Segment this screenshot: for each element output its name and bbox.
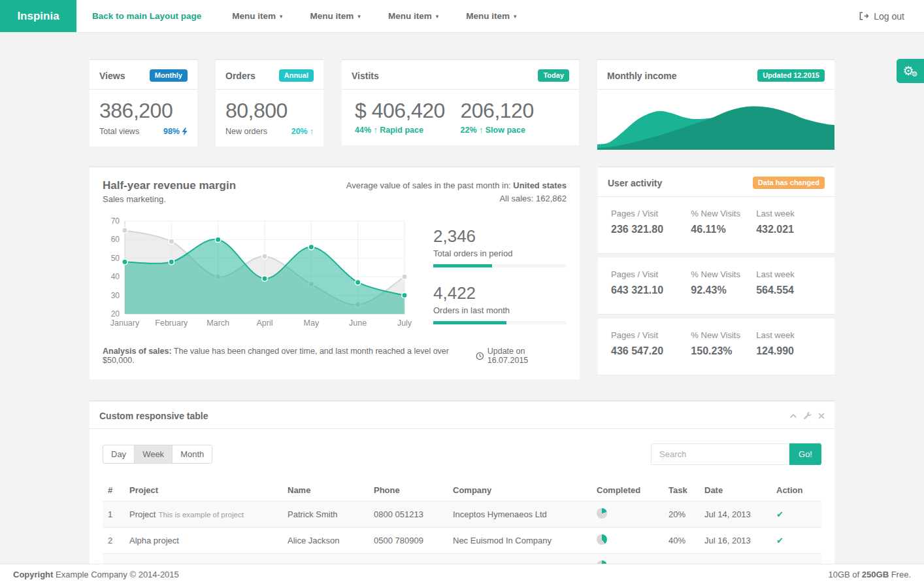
visits-left-value: $ 406,420 (355, 99, 461, 123)
page-footer: Copyright Example Company © 2014-2015 10… (0, 564, 924, 584)
cell-action: ✔ (771, 502, 821, 528)
column-header-date: Date (699, 479, 771, 502)
brand-logo[interactable]: Inspinia (0, 0, 76, 32)
cell-num: 2 (103, 528, 124, 554)
activity-stat: Pages / Visit643 321.10 (611, 269, 691, 302)
cell-phone: 0500 780909 (369, 528, 448, 554)
column-header-company: Company (448, 479, 591, 502)
project-note: This is example of project (158, 511, 243, 519)
column-header-project: Project (124, 479, 282, 502)
revenue-stat-2: 4,422Orders in last month (433, 283, 567, 324)
collapse-icon[interactable] (789, 413, 797, 419)
revenue-line-chart: 203040506070JanuaryFebruaryMarchAprilMay… (103, 216, 415, 340)
views-card-title: Views (99, 71, 125, 81)
cell-task: 40% (663, 528, 699, 554)
clock-icon (476, 352, 484, 360)
revenue-panel: Half-year revenue margin Sales marketing… (90, 166, 580, 379)
table-search: Go! (651, 443, 821, 465)
level-up-icon: ↑ (374, 126, 378, 135)
income-area-chart (597, 90, 834, 150)
table-header-row: #ProjectNamePhoneCompanyCompletedTaskDat… (103, 479, 821, 502)
activity-section-3: Pages / Visit436 547.20% New Visits150.2… (598, 318, 834, 375)
storage-text: 10GB of 250GB Free. (829, 570, 912, 579)
cell-date: Jul 16, 2013 (699, 528, 771, 554)
activity-sections: Pages / Visit236 321.80% New Visits46.11… (598, 197, 834, 375)
menu-item-1[interactable]: Menu item▾ (218, 11, 296, 21)
activity-stat: % New Visits150.23% (691, 330, 756, 363)
orders-metric: 20% ↑ (291, 127, 314, 136)
svg-text:July: July (397, 318, 412, 328)
revenue-stats: 2,346Total orders in period4,422Orders i… (415, 216, 567, 340)
close-icon[interactable] (818, 413, 825, 419)
svg-text:June: June (349, 318, 367, 328)
views-badge: Monthly (150, 69, 188, 82)
cell-date: Jul 14, 2013 (699, 502, 771, 528)
svg-text:30: 30 (111, 291, 120, 300)
caret-down-icon: ▾ (357, 13, 361, 20)
visits-card: Vistits Today $ 406,420 44% ↑ Rapid pace… (342, 59, 579, 150)
charts-row: Half-year revenue margin Sales marketing… (90, 166, 834, 379)
activity-stat: Last week124.990 (756, 330, 821, 363)
column-header-task: Task (663, 479, 699, 502)
activity-stat: % New Visits46.11% (691, 209, 756, 241)
svg-text:May: May (304, 318, 320, 328)
search-input[interactable] (651, 443, 789, 465)
orders-value: 80,800 (225, 99, 314, 123)
visits-col-right: 206,120 22% ↑ Slow pace (461, 99, 567, 135)
activity-section-2: Pages / Visit643 321.10% New Visits92.43… (598, 258, 834, 315)
go-button[interactable]: Go! (789, 443, 821, 465)
wrench-icon[interactable] (804, 412, 812, 420)
update-note: Update on 16.07.2015 (476, 347, 567, 365)
nav-menu: Menu item▾Menu item▾Menu item▾Menu item▾ (218, 11, 530, 21)
check-icon[interactable]: ✔ (776, 536, 784, 545)
cell-name: Alice Jackson (282, 528, 369, 554)
level-up-icon: ↑ (479, 126, 483, 135)
revenue-summary: Average value of sales in the past month… (346, 179, 567, 205)
column-header-num: # (103, 479, 124, 502)
menu-item-3[interactable]: Menu item▾ (374, 11, 452, 21)
cell-num: 1 (103, 502, 124, 528)
svg-text:50: 50 (111, 254, 120, 263)
range-button-day[interactable]: Day (103, 445, 135, 464)
nav-links: Back to main Layout page Menu item▾Menu … (76, 0, 530, 32)
orders-label: New orders (225, 127, 267, 136)
cell-phone: 0800 051213 (369, 502, 448, 528)
user-activity-title: User activity (608, 178, 662, 188)
menu-item-2[interactable]: Menu item▾ (297, 11, 374, 21)
responsive-table-panel: Custom responsive table DayWeekMonth (90, 400, 834, 584)
visits-left-metric: 44% ↑ Rapid pace (355, 126, 461, 135)
completed-pie-icon (597, 508, 607, 519)
views-label: Total views (99, 127, 139, 136)
views-metric: 98% (163, 127, 188, 136)
progress-bar (433, 264, 567, 267)
svg-text:40: 40 (111, 272, 120, 281)
monthly-income-card: Monthly income Updated 12.2015 (597, 59, 834, 150)
cell-completed (591, 528, 663, 554)
avg-country: United states (513, 180, 567, 190)
activity-section-1: Pages / Visit236 321.80% New Visits46.11… (598, 197, 834, 254)
page-content: Views Monthly 386,200 Total views 98% Or… (0, 33, 924, 584)
stat-cards-row: Views Monthly 386,200 Total views 98% Or… (90, 59, 834, 150)
activity-stat: Last week432.021 (756, 209, 821, 241)
completed-pie-icon (597, 534, 607, 545)
menu-item-4[interactable]: Menu item▾ (452, 11, 530, 21)
svg-text:60: 60 (111, 235, 120, 245)
column-header-completed: Completed (591, 479, 663, 502)
top-navbar: Inspinia Back to main Layout page Menu i… (0, 0, 924, 33)
back-to-layout-link[interactable]: Back to main Layout page (92, 11, 201, 21)
check-icon[interactable]: ✔ (776, 509, 784, 519)
cell-company: Inceptos Hymenaeos Ltd (448, 502, 591, 528)
logout-button[interactable]: Log out (859, 0, 904, 32)
visits-card-title: Vistits (352, 71, 379, 81)
range-button-week[interactable]: Week (134, 445, 173, 464)
theme-config-button[interactable]: ⚙ ⚙ (897, 59, 924, 83)
range-button-group: DayWeekMonth (103, 445, 212, 464)
range-button-month[interactable]: Month (172, 445, 212, 464)
views-value: 386,200 (99, 99, 188, 123)
activity-stat: Last week564.554 (756, 269, 821, 302)
cell-name: Patrick Smith (282, 502, 369, 528)
panel-tools (789, 412, 825, 420)
level-up-icon: ↑ (310, 127, 314, 136)
table-panel-title: Custom responsive table (99, 411, 208, 421)
orders-badge: Annual (279, 69, 314, 82)
